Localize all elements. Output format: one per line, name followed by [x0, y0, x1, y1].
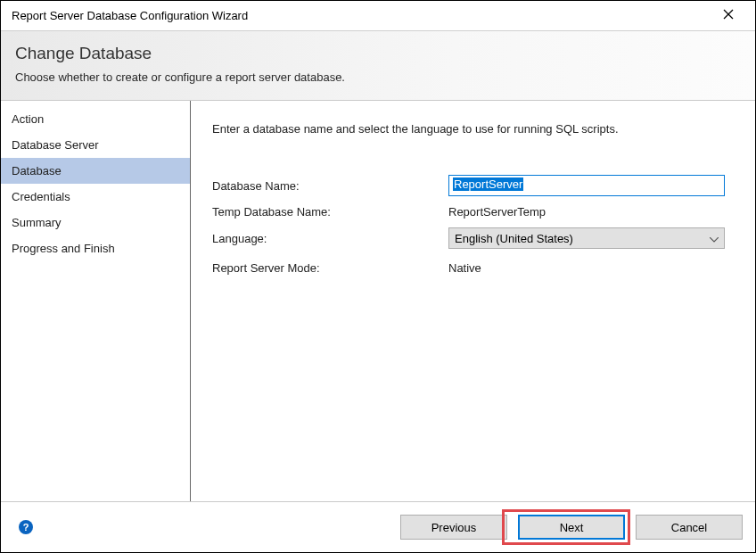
instruction-text: Enter a database name and select the lan…	[212, 122, 734, 136]
sidebar-item-database-server[interactable]: Database Server	[1, 132, 190, 158]
sidebar-item-label: Database	[12, 164, 62, 177]
sidebar-item-label: Progress and Finish	[12, 242, 115, 255]
sidebar-item-progress-finish[interactable]: Progress and Finish	[1, 235, 190, 261]
close-button[interactable]	[711, 4, 746, 29]
window-title: Report Server Database Configuration Wiz…	[12, 9, 248, 22]
label-database-name: Database Name:	[212, 179, 448, 193]
sidebar-item-credentials[interactable]: Credentials	[1, 184, 190, 210]
label-mode: Report Server Mode:	[212, 261, 448, 275]
temp-database-name-value: ReportServerTemp	[448, 205, 734, 219]
sidebar-item-database[interactable]: Database	[1, 158, 190, 184]
sidebar-item-action[interactable]: Action	[1, 106, 190, 132]
wizard-window: Report Server Database Configuration Wiz…	[0, 0, 756, 553]
page-title: Change Database	[15, 44, 741, 63]
header: Change Database Choose whether to create…	[1, 31, 755, 101]
wizard-body: Action Database Server Database Credenti…	[1, 101, 755, 501]
next-highlight: Next	[507, 515, 625, 540]
label-language: Language:	[212, 232, 448, 245]
help-icon[interactable]: ?	[19, 520, 33, 534]
language-selected-value: English (United States)	[455, 232, 573, 245]
mode-value: Native	[448, 261, 734, 275]
row-mode: Report Server Mode: Native	[212, 261, 734, 275]
sidebar-item-label: Summary	[12, 216, 62, 229]
content-pane: Enter a database name and select the lan…	[191, 101, 755, 501]
titlebar: Report Server Database Configuration Wiz…	[1, 1, 755, 31]
footer: ? Previous Next Cancel	[1, 501, 755, 552]
cancel-button[interactable]: Cancel	[636, 515, 743, 540]
sidebar-item-label: Credentials	[12, 190, 70, 203]
chevron-down-icon	[710, 232, 719, 245]
sidebar-item-label: Database Server	[12, 138, 99, 152]
sidebar-item-summary[interactable]: Summary	[1, 210, 190, 235]
label-temp-database-name: Temp Database Name:	[212, 205, 448, 219]
sidebar-item-label: Action	[12, 112, 44, 126]
row-language: Language: English (United States)	[212, 227, 734, 249]
page-subtitle: Choose whether to create or configure a …	[15, 70, 741, 84]
previous-button[interactable]: Previous	[400, 515, 507, 540]
row-database-name: Database Name: ReportServer	[212, 175, 734, 196]
database-name-input[interactable]: ReportServer	[448, 175, 725, 196]
database-name-value: ReportServer	[453, 177, 523, 191]
row-temp-database-name: Temp Database Name: ReportServerTemp	[212, 205, 734, 219]
next-button[interactable]: Next	[518, 515, 625, 540]
language-select[interactable]: English (United States)	[448, 227, 725, 249]
sidebar: Action Database Server Database Credenti…	[1, 101, 191, 501]
close-icon	[723, 9, 734, 22]
